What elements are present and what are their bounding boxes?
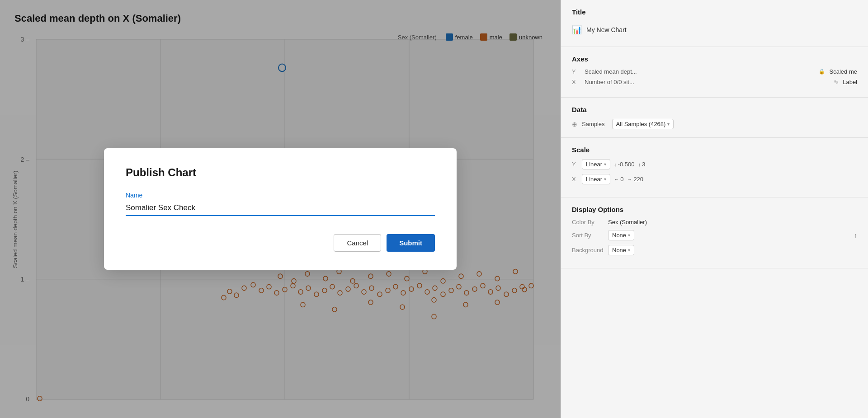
publish-chart-modal: Publish Chart Name Cancel Submit [104,148,457,270]
scale-y-type-select[interactable]: Linear ▾ [582,159,610,169]
sort-by-row: Sort By None ▾ ↑ [572,230,857,240]
samples-chevron-icon: ▾ [667,122,670,127]
title-input-row: 📊 My New Chart [572,21,857,38]
modal-name-input[interactable] [126,202,435,216]
y-axis-value[interactable]: Scaled mean dept... [585,68,814,75]
scale-y-min: ↓ -0.500 [614,161,634,168]
scale-y-type: Linear [586,161,602,168]
scale-y-label: Y [572,161,578,168]
y-axis-right: Scaled me [830,68,857,75]
sidebar-display-heading: Display Options [572,206,857,213]
modal-overlay: Publish Chart Name Cancel Submit [0,0,561,418]
scale-x-label: X [572,176,578,183]
background-label: Background [572,247,608,254]
color-by-row: Color By Sex (Somalier) [572,219,857,225]
cancel-button[interactable]: Cancel [334,234,381,252]
sidebar-axes-section: Axes Y Scaled mean dept... 🔒 Scaled me X… [561,47,868,98]
modal-title: Publish Chart [126,166,435,179]
modal-buttons: Cancel Submit [126,234,435,252]
sidebar-scale-heading: Scale [572,146,857,154]
background-select[interactable]: None ▾ [608,245,634,255]
modal-name-label: Name [126,192,435,199]
sort-by-arrow-icon: ↑ [854,232,857,239]
submit-button[interactable]: Submit [387,234,435,252]
samples-label: Samples [582,121,605,127]
scale-x-max-icon: → [627,177,632,182]
sort-by-select[interactable]: None ▾ [608,230,634,240]
background-value: None [612,247,626,254]
samples-plus-icon: ⊕ [572,121,577,128]
sidebar-data-section: Data ⊕ Samples All Samples (4268) ▾ [561,98,868,138]
sidebar-axes-heading: Axes [572,55,857,63]
scale-y-min-icon: ↓ [614,162,617,167]
y-axis-label: Y [572,68,580,75]
scale-y-max: ↑ 3 [638,161,646,168]
scale-x-row: X Linear ▾ ← 0 → 220 [572,174,857,184]
data-samples-row: ⊕ Samples All Samples (4268) ▾ [572,119,857,129]
x-axis-value[interactable]: Number of 0/0 sit... [585,79,830,85]
sidebar-scale-section: Scale Y Linear ▾ ↓ -0.500 ↑ 3 X Linear ▾ [561,138,868,197]
scale-x-chevron-icon: ▾ [604,177,606,182]
scale-x-type-select[interactable]: Linear ▾ [582,174,610,184]
axes-y-row: Y Scaled mean dept... 🔒 Scaled me [572,68,857,75]
x-axis-icon: ↹ [834,79,838,85]
sort-by-value: None [612,232,626,239]
sidebar-display-section: Display Options Color By Sex (Somalier) … [561,197,868,268]
title-value[interactable]: My New Chart [586,26,627,33]
scale-y-max-icon: ↑ [638,162,641,167]
sort-by-chevron-icon: ▾ [628,233,630,238]
x-axis-right: Label [843,79,857,85]
scale-x-type: Linear [586,176,602,183]
right-sidebar: Title 📊 My New Chart Axes Y Scaled mean … [561,0,868,418]
sidebar-title-section: Title 📊 My New Chart [561,0,868,47]
color-by-label: Color By [572,219,608,225]
background-chevron-icon: ▾ [628,248,630,253]
background-row: Background None ▾ [572,245,857,255]
x-axis-label: X [572,79,580,85]
y-axis-icon: 🔒 [819,69,825,75]
sort-by-label: Sort By [572,232,608,239]
samples-select[interactable]: All Samples (4268) ▾ [612,119,674,129]
color-by-value[interactable]: Sex (Somalier) [608,219,857,225]
chart-icon: 📊 [572,25,582,35]
scale-y-row: Y Linear ▾ ↓ -0.500 ↑ 3 [572,159,857,169]
sidebar-data-heading: Data [572,106,857,113]
scale-y-chevron-icon: ▾ [604,162,606,167]
scale-x-max: → 220 [627,176,643,183]
sidebar-title-heading: Title [572,8,857,16]
axes-x-row: X Number of 0/0 sit... ↹ Label [572,79,857,85]
samples-value: All Samples (4268) [616,121,666,127]
scale-x-min: ← 0 [614,176,623,183]
scale-x-min-icon: ← [614,177,619,182]
